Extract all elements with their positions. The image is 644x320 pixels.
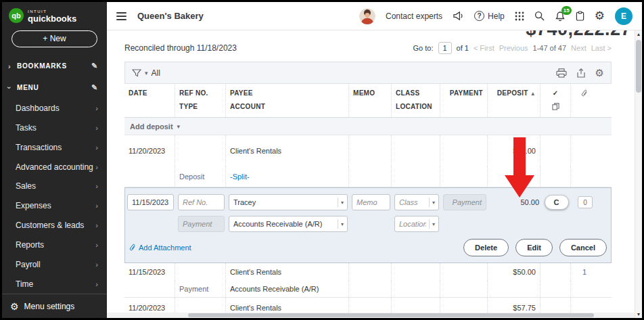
vertical-scrollbar-thumb[interactable] (636, 40, 641, 93)
funnel-icon (132, 69, 141, 77)
sidebar-item-transactions[interactable]: Transactions › (2, 137, 107, 157)
sidebar-item-time[interactable]: Time › (2, 274, 107, 294)
column-header-attachments[interactable] (571, 84, 598, 117)
sidebar-item-expenses[interactable]: Expenses › (2, 196, 107, 216)
clipped-balance: $740,222.27 (526, 30, 631, 39)
new-button[interactable]: + New (12, 30, 97, 47)
chevron-right-icon: › (95, 124, 98, 132)
column-header-date[interactable]: DATE (124, 84, 175, 117)
row-type: Payment (175, 281, 226, 297)
column-header-memo[interactable]: MEMO (349, 84, 392, 117)
app-window: qb INTUIT quickbooks + New › BOOKMARKS ✎… (0, 0, 644, 320)
sidebar-item-label: Payroll (16, 260, 41, 269)
first-page-link[interactable]: < First (474, 44, 495, 52)
row-attachment-count[interactable]: 1 (571, 263, 598, 281)
edit-pencil-icon[interactable]: ✎ (91, 62, 98, 70)
sidebar-item-dashboards[interactable]: Dashboards › (2, 99, 107, 118)
horizontal-scrollbar[interactable] (107, 313, 635, 318)
tasks-clipboard-icon[interactable] (576, 11, 584, 21)
split-link[interactable]: -Split- (226, 166, 349, 187)
caret-down-icon: ▾ (338, 219, 344, 229)
cancel-button[interactable]: Cancel (559, 239, 607, 256)
check-icon: ✓ (545, 89, 566, 97)
sidebar-item-label: Transactions (16, 143, 62, 152)
expert-avatar[interactable] (359, 8, 375, 24)
edit-button[interactable]: Edit (515, 239, 553, 256)
vertical-scrollbar[interactable]: ▲ ▼ (635, 30, 642, 318)
sidebar-section-menu[interactable]: › MENU ✎ (2, 77, 107, 99)
scroll-up-arrow[interactable]: ▲ (635, 32, 642, 37)
menu-settings-button[interactable]: ⚙ Menu settings (2, 294, 107, 318)
column-header-payee-account[interactable]: PAYEEACCOUNT (226, 84, 349, 117)
column-header-cleared[interactable]: ✓ (540, 84, 571, 117)
ref-no-input[interactable] (178, 194, 225, 210)
notifications-bell-icon[interactable]: 15 (555, 11, 566, 22)
gear-icon: ⚙ (10, 301, 19, 312)
column-header-payment[interactable]: PAYMENT (440, 84, 488, 117)
table-row[interactable]: 11/20/2023 Client's Rentals $40.00 Depos… (124, 135, 612, 187)
menu-settings-label: Menu settings (24, 302, 75, 311)
search-icon[interactable] (534, 11, 545, 21)
sidebar-item-sales[interactable]: Sales › (2, 177, 107, 196)
column-header-class-location[interactable]: CLASSLOCATION (392, 84, 440, 117)
account-select[interactable]: Accounts Receivable (A/R) ▾ (229, 216, 348, 232)
attachment-count[interactable]: 0 (578, 196, 593, 208)
add-deposit-button[interactable]: Add deposit ▾ (124, 118, 612, 135)
column-header-deposit[interactable]: DEPOSIT▲ (488, 84, 540, 117)
next-page-link[interactable]: Next (571, 44, 586, 52)
sort-ascending-icon: ▲ (530, 91, 536, 97)
page-input[interactable]: 1 (438, 42, 452, 54)
class-select[interactable]: Class ▾ (394, 194, 439, 210)
scroll-down-arrow[interactable]: ▼ (635, 312, 642, 317)
row-payee: Client's Rentals (226, 135, 349, 166)
row-account: Accounts Receivable (A/R) (226, 281, 349, 297)
sidebar-item-tasks[interactable]: Tasks › (2, 118, 107, 137)
edit-pencil-icon[interactable]: ✎ (91, 83, 98, 92)
pagination: Go to: 1 of 1 < First Previous 1-47 of 4… (413, 42, 612, 54)
balance-amount: $740,222.27 (526, 30, 631, 39)
copy-icon (552, 103, 559, 110)
add-attachment-link[interactable]: Add Attachment (129, 244, 191, 252)
location-select[interactable]: Location ▾ (394, 216, 439, 232)
contact-experts-link[interactable]: Contact experts (386, 12, 442, 21)
qb-logo-icon: qb (9, 8, 24, 23)
sidebar-item-reports[interactable]: Reports › (2, 235, 107, 255)
horizontal-scrollbar-thumb[interactable] (188, 313, 594, 317)
payment-field-disabled: Payment (443, 194, 486, 210)
hamburger-menu-icon[interactable] (116, 12, 127, 20)
user-avatar[interactable]: E (615, 7, 632, 25)
table-row[interactable]: 11/15/2023 Client's Rentals $50.00 1 Pay… (124, 263, 612, 298)
sidebar-item-advanced-accounting[interactable]: Advanced accounting › (2, 157, 107, 177)
print-icon[interactable] (556, 68, 567, 78)
column-header-refno-type[interactable]: REF NO.TYPE (175, 84, 226, 117)
previous-page-link[interactable]: Previous (499, 44, 528, 52)
paperclip-icon (581, 89, 588, 98)
caret-down-icon: ▾ (429, 198, 435, 207)
row-deposit: $40.00 (488, 135, 540, 166)
type-field-disabled: Payment (178, 216, 225, 232)
sidebar-section-bookmarks[interactable]: › BOOKMARKS ✎ (2, 55, 107, 77)
row-payee: Client's Rentals (226, 263, 349, 281)
table-settings-gear-icon[interactable]: ⚙ (595, 68, 604, 78)
help-button[interactable]: ? Help (474, 11, 505, 21)
row-date: 11/15/2023 (124, 263, 175, 281)
cleared-status-button[interactable]: C (545, 195, 569, 210)
chevron-right-icon: › (95, 104, 98, 112)
megaphone-icon[interactable] (453, 11, 464, 21)
date-input[interactable] (127, 194, 174, 210)
apps-grid-icon[interactable] (515, 12, 524, 21)
chevron-right-icon: › (95, 280, 98, 288)
export-icon[interactable] (576, 68, 586, 78)
settings-gear-icon[interactable]: ⚙ (595, 10, 605, 22)
sidebar-item-customers-leads[interactable]: Customers & leads › (2, 216, 107, 235)
last-page-link[interactable]: Last > (591, 44, 612, 52)
payee-select[interactable]: Tracey ▾ (229, 194, 348, 210)
memo-input[interactable] (352, 194, 390, 210)
chevron-right-icon: › (95, 241, 98, 249)
delete-button[interactable]: Delete (463, 239, 509, 256)
row-date: 11/20/2023 (124, 135, 175, 166)
row-deposit: $50.00 (488, 263, 540, 281)
topbar: Queen's Bakery Contact experts ? Help (107, 2, 642, 30)
filter-dropdown[interactable]: ▾ All (132, 68, 160, 78)
sidebar-item-payroll[interactable]: Payroll › (2, 254, 107, 274)
